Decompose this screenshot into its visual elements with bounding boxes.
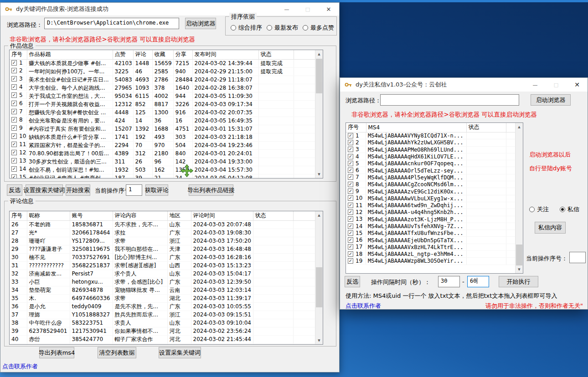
row-checkbox[interactable]: ✓ (11, 125, 17, 131)
row-checkbox[interactable]: ✓ (11, 101, 17, 106)
works-vertical-scrollbar[interactable]: ▲ ▼ (315, 50, 323, 178)
minimize-icon[interactable]: — (276, 3, 297, 15)
row-checkbox[interactable]: ✓ (348, 147, 353, 152)
table-row[interactable]: ✓14创业不易，创前请深思！#知...193250316213592024-03… (10, 166, 315, 174)
export-ms4-button[interactable]: 导出列表ms4 (39, 347, 74, 358)
interval-min-input[interactable]: 30 (438, 276, 460, 287)
row-checkbox[interactable]: ✓ (11, 68, 17, 73)
comments-vertical-scrollbar[interactable]: ▲ ▼ (315, 211, 323, 344)
table-row[interactable]: 31????????????35682251837求带[感谢][感谢]山西202… (10, 261, 315, 270)
table-row[interactable]: 35木.64974660336求带湖北2024-03-03 11:39:17 (10, 294, 315, 302)
row-checkbox[interactable]: ✓ (11, 150, 17, 155)
scroll-down-icon[interactable]: ▼ (315, 336, 323, 344)
row-checkbox[interactable]: ✓ (348, 161, 353, 166)
scroll-up-icon[interactable]: ▲ (315, 211, 323, 219)
row-checkbox[interactable]: ✓ (348, 216, 353, 222)
set-search-keyword-button[interactable]: 设置搜索关键词 (26, 184, 63, 196)
table-row[interactable]: ✓1330多岁女性创业，最适合的三...31126961422024-03-04… (10, 158, 315, 166)
row-checkbox[interactable]: ✓ (348, 230, 353, 236)
table-row[interactable]: ✓9MS4wLjABAAAAzvE9Gc12diK0Ox... (346, 188, 515, 195)
table-row[interactable]: ✓19MS4wLjABAAAAWzp8WL3O5OeYir... (346, 258, 515, 265)
scroll-up-icon[interactable]: ▲ (516, 123, 523, 131)
launch-browser-button[interactable]: 启动浏览器 (185, 18, 216, 29)
table-row[interactable]: ✓6打开一个开关视频就会有收益...12312852881732262024-0… (10, 100, 315, 108)
sort-option-composite[interactable]: 综合排序 (231, 24, 262, 32)
col-header[interactable]: 地区 (167, 211, 191, 220)
row-checkbox[interactable]: ✓ (348, 168, 353, 173)
maximize-icon[interactable]: □ (546, 78, 567, 92)
row-checkbox[interactable]: ✓ (348, 209, 353, 215)
start-search-button[interactable]: 开始搜索 (66, 184, 90, 196)
comments-header-row[interactable]: 序号 昵称 账号 评论内容 地区 评论时间 状态 (10, 211, 315, 220)
table-row[interactable]: ✓4大学生创业。每个人的起跑线...27965109337816402024-0… (10, 84, 315, 92)
table-row[interactable]: 26不老的路185836871先不求胜，先不...山东2024-03-03 20… (10, 220, 315, 229)
table-row[interactable]: ✓3MS4wLjABAAAAPMeO8Rh69lLUnd... (346, 146, 515, 153)
interval-max-input[interactable]: 60 (467, 276, 489, 287)
radio-icon[interactable] (231, 25, 236, 31)
scroll-up-icon[interactable]: ▲ (315, 50, 323, 58)
scrollbar-thumb[interactable] (316, 267, 322, 307)
table-row[interactable]: ✓3美术生创业#创业日记#开店日...540834693278628484202… (10, 76, 315, 84)
table-row[interactable]: ✓4MS4wLjABAAAAqHdX61KiLOV7LE... (346, 153, 515, 160)
table-row[interactable]: ✓14MS4wLjABAAAAUvTsfehXNVg-7Z... (346, 223, 515, 229)
row-checkbox[interactable]: ✓ (11, 142, 17, 147)
table-row[interactable]: ✓1赚大钱的本质就是少做事 #创...421031448156597215202… (10, 59, 315, 67)
scroll-down-icon[interactable]: ▼ (315, 170, 323, 178)
browser-path-input[interactable] (380, 94, 519, 106)
sort-option-most-liked[interactable]: 最多点赞 (303, 24, 334, 32)
table-row[interactable]: 33小巨hetongxu...求带，会感恩[比心]广东2024-03-03 12… (10, 278, 315, 286)
table-row[interactable]: ✓10MS4wLjABAAAAwVLbuLXEyg1w-x... (346, 195, 515, 202)
table-row[interactable]: 28珊珊吖YS172809...求带浙江2024-03-03 17:50:20 (10, 237, 315, 245)
follow-radio[interactable]: 关注 (529, 205, 549, 214)
table-row[interactable]: ✓9#内容过于真实 所有要创业和...152071392168847512024… (10, 125, 315, 133)
col-header[interactable]: 评论时间 (191, 211, 253, 220)
table-row[interactable]: ✓11紧跟国家方针，都是捡金子的...2294709705042024-03-0… (10, 141, 315, 149)
table-row[interactable]: ✓1270.80.90都套路出局了！00后...4389312218084020… (10, 149, 315, 158)
row-checkbox[interactable]: ✓ (348, 133, 353, 138)
table-row[interactable]: ✓5MS4wLjABAAAAcnkur0OF7qopeq... (346, 160, 515, 167)
row-checkbox[interactable]: ✓ (11, 158, 17, 163)
table-row[interactable]: ✓10缺钱的本质是什么#干货分享 ...17411924933032024-03… (10, 133, 315, 141)
current-no-input[interactable]: 1 (126, 184, 142, 196)
scroll-down-icon[interactable]: ▼ (516, 265, 523, 273)
table-row[interactable]: ✓5关于我成立工作室的想法，大...95034611540029442024-0… (10, 92, 315, 100)
table-row[interactable]: 40赤峃385424770帽子厂家求合作河北2024-03-02 21:45:4… (10, 335, 315, 343)
contact-author-link[interactable]: 点击联系作者 (2, 362, 38, 371)
row-checkbox[interactable]: ✓ (11, 109, 17, 114)
dm-radio[interactable]: 私信 (560, 205, 579, 214)
table-row[interactable]: ✓18MS4wLjABAAAAzL_ngtp-e3hMm4... (346, 251, 515, 258)
table-row[interactable]: ✓15MS4wLjABAAAATfxU8ufWnzsFbe... (346, 230, 515, 237)
ms4-header-row[interactable]: 序号 MS4 状态 (346, 123, 515, 132)
radio-icon[interactable] (303, 25, 308, 31)
col-header[interactable]: 序号 (346, 123, 366, 132)
radio-checked-icon[interactable] (560, 207, 565, 212)
table-row[interactable]: 38中午吃什么@583223751求贵人山东2024-03-03 09:10:0… (10, 319, 315, 327)
radio-icon[interactable] (529, 207, 535, 212)
table-row[interactable]: ✓12MS4wLjABAAAA-u4q4hng5Knb2h... (346, 209, 515, 216)
table-row[interactable]: 36是小允teddy0409是先不求胜，先...广东2024-03-03 10:… (10, 302, 315, 311)
row-checkbox[interactable]: ✓ (348, 224, 353, 229)
row-checkbox[interactable]: ✓ (348, 140, 353, 145)
col-header[interactable]: 分享 (173, 50, 192, 59)
invert-selection-button[interactable]: 反选 (345, 276, 360, 287)
col-header[interactable]: 作品标题 (27, 50, 113, 59)
table-row[interactable]: 34垫垫萌宠826934878宠物猫咪批发 寻...云南2024-03-03 1… (10, 286, 315, 294)
table-row[interactable]: ✓2MS4wLjABAAAAhYk2zUwLXGH5BV... (346, 139, 515, 146)
table-row[interactable]: 27光*32066178464求拉广东2024-03-03 19:08:30 (10, 229, 315, 237)
table-row[interactable]: ✓1MS4wLjABAAAAVYNy8ICQd71X-n... (346, 132, 515, 139)
row-checkbox[interactable]: ✓ (11, 117, 17, 122)
sort-option-newest[interactable]: 最新发布 (267, 24, 298, 32)
dm-content-button[interactable]: 私信内容 (535, 222, 566, 234)
works-header-row[interactable]: 序号 作品标题 点赞 评论 收藏 分享 发布时间 状态 (10, 50, 315, 59)
table-row[interactable]: ✓16MS4wLjABAAAAEjeUbDn5pGTaTX... (346, 237, 515, 244)
row-checkbox[interactable]: ✓ (348, 203, 353, 208)
table-row[interactable]: ✓17MS4wLjABAAAAVxBzHL74LkTtrE... (346, 244, 515, 250)
minimize-icon[interactable]: — (525, 78, 546, 92)
invert-selection-button[interactable]: 反选 (7, 184, 22, 196)
col-header[interactable]: 序号 (10, 211, 27, 220)
table-row[interactable]: ✓8MS4wLjABAAAACgZcooNCMsd6lm... (346, 181, 515, 188)
col-header[interactable]: 状态 (466, 123, 506, 132)
table-row[interactable]: ✓7想赚钱先学会复制#餐饮创业 ...444812513009162024-03… (10, 108, 315, 117)
row-checkbox[interactable]: ✓ (11, 60, 17, 66)
col-header[interactable]: 收藏 (152, 50, 173, 59)
